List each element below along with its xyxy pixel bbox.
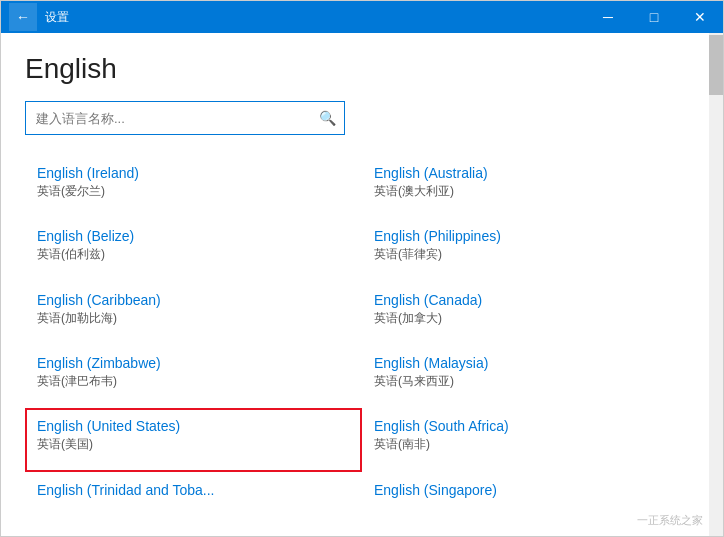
language-title: English (Australia) xyxy=(374,165,687,181)
language-subtitle: 英语(美国) xyxy=(37,436,350,453)
language-item-australia[interactable]: English (Australia)英语(澳大利亚) xyxy=(362,155,699,218)
language-title: English (Zimbabwe) xyxy=(37,355,350,371)
language-title: English (Belize) xyxy=(37,228,350,244)
language-item-trinidad[interactable]: English (Trinidad and Toba... xyxy=(25,472,362,516)
titlebar-left: ← 设置 xyxy=(9,3,69,31)
language-title: English (Ireland) xyxy=(37,165,350,181)
language-title: English (Caribbean) xyxy=(37,292,350,308)
language-subtitle: 英语(澳大利亚) xyxy=(374,183,687,200)
titlebar-controls: ─ □ ✕ xyxy=(585,1,723,33)
search-button[interactable]: 🔍 xyxy=(310,101,344,135)
back-button[interactable]: ← xyxy=(9,3,37,31)
language-item-canada[interactable]: English (Canada)英语(加拿大) xyxy=(362,282,699,345)
scrollbar-thumb[interactable] xyxy=(709,35,723,95)
titlebar: ← 设置 ─ □ ✕ xyxy=(1,1,723,33)
language-item-united-states[interactable]: English (United States)英语(美国) xyxy=(25,408,362,471)
language-list: English (Ireland)英语(爱尔兰)English (Austral… xyxy=(25,155,699,516)
minimize-button[interactable]: ─ xyxy=(585,1,631,33)
main-window: ← 设置 ─ □ ✕ English 🔍 English (Ireland)英语… xyxy=(0,0,724,537)
language-item-caribbean[interactable]: English (Caribbean)英语(加勒比海) xyxy=(25,282,362,345)
search-icon: 🔍 xyxy=(319,110,336,126)
language-subtitle: 英语(马来西亚) xyxy=(374,373,687,390)
language-subtitle: 英语(加勒比海) xyxy=(37,310,350,327)
language-title: English (Philippines) xyxy=(374,228,687,244)
language-subtitle: 英语(爱尔兰) xyxy=(37,183,350,200)
close-button[interactable]: ✕ xyxy=(677,1,723,33)
language-item-ireland[interactable]: English (Ireland)英语(爱尔兰) xyxy=(25,155,362,218)
search-box: 🔍 xyxy=(25,101,345,135)
maximize-button[interactable]: □ xyxy=(631,1,677,33)
language-title: English (Canada) xyxy=(374,292,687,308)
language-item-south-africa[interactable]: English (South Africa)英语(南非) xyxy=(362,408,699,471)
watermark: 一正系统之家 xyxy=(637,513,703,528)
language-item-singapore[interactable]: English (Singapore) xyxy=(362,472,699,516)
titlebar-title: 设置 xyxy=(45,9,69,26)
scrollbar[interactable] xyxy=(709,33,723,536)
language-subtitle: 英语(加拿大) xyxy=(374,310,687,327)
language-subtitle: 英语(伯利兹) xyxy=(37,246,350,263)
content-area: English 🔍 English (Ireland)英语(爱尔兰)Englis… xyxy=(1,33,723,536)
language-item-malaysia[interactable]: English (Malaysia)英语(马来西亚) xyxy=(362,345,699,408)
language-subtitle: 英语(津巴布韦) xyxy=(37,373,350,390)
page-title: English xyxy=(25,53,699,85)
language-title: English (United States) xyxy=(37,418,350,434)
language-item-belize[interactable]: English (Belize)英语(伯利兹) xyxy=(25,218,362,281)
language-title: English (Singapore) xyxy=(374,482,687,498)
language-subtitle: 英语(南非) xyxy=(374,436,687,453)
language-item-zimbabwe[interactable]: English (Zimbabwe)英语(津巴布韦) xyxy=(25,345,362,408)
search-input[interactable] xyxy=(26,111,310,126)
language-item-philippines[interactable]: English (Philippines)英语(菲律宾) xyxy=(362,218,699,281)
language-title: English (Malaysia) xyxy=(374,355,687,371)
language-title: English (Trinidad and Toba... xyxy=(37,482,350,498)
language-title: English (South Africa) xyxy=(374,418,687,434)
language-subtitle: 英语(菲律宾) xyxy=(374,246,687,263)
